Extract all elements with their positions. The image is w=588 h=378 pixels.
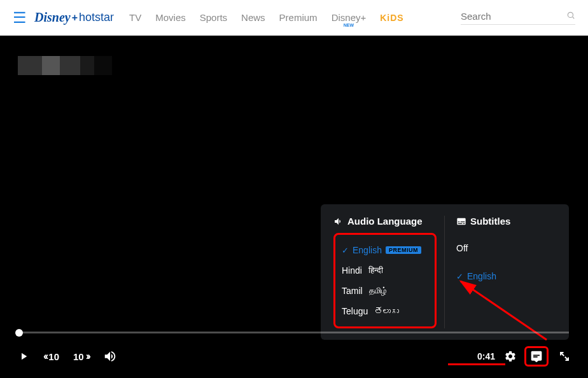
subtitles-toggle-button[interactable] (524, 346, 549, 367)
subtitles-title: Subtitles (470, 216, 510, 227)
search-icon[interactable] (566, 11, 575, 22)
top-header: ☰ Disney + hotstar TV Movies Sports News… (0, 0, 588, 36)
logo-plus: + (72, 12, 78, 24)
nav-disneyplus-label: Disney+ (332, 12, 367, 23)
audio-language-title: Audio Language (347, 216, 423, 227)
audio-options-list: ✓ English PREMIUM Hindi हिन्दी Tamil தமி… (333, 233, 437, 328)
subtitle-option-label: Off (456, 243, 468, 253)
audio-option-label: Hindi (342, 265, 362, 276)
svg-line-1 (573, 17, 575, 18)
check-icon: ✓ (456, 272, 463, 281)
logo-disney: Disney (34, 10, 71, 25)
progress-knob[interactable] (15, 329, 23, 337)
audio-option-label: Telugu (342, 306, 368, 316)
search-box[interactable] (461, 11, 575, 25)
nav-tv[interactable]: TV (129, 12, 141, 23)
audio-option-tamil[interactable]: Tamil தமிழ் (342, 281, 428, 301)
check-icon: ✓ (342, 246, 349, 255)
audio-subtitle-popup: Audio Language ✓ English PREMIUM Hindi ह… (321, 204, 569, 340)
audio-option-native: తెలుగు (374, 307, 399, 316)
rewind-10-button[interactable]: ‹‹ 10 (43, 350, 59, 363)
player-controls: ‹‹ 10 10 ›› 0:41 (18, 346, 570, 367)
video-title-obscured (18, 56, 112, 75)
forward-chevrons-icon: ›› (86, 350, 89, 363)
premium-badge: PREMIUM (386, 246, 421, 254)
rewind-seconds: 10 (48, 351, 59, 362)
nav-premium[interactable]: Premium (279, 12, 318, 23)
play-button[interactable] (18, 351, 29, 362)
settings-button[interactable] (504, 350, 517, 363)
audio-option-telugu[interactable]: Telugu తెలుగు (342, 301, 428, 321)
new-badge: NEW (344, 23, 354, 27)
subtitles-column: Subtitles Off ✓ English (445, 216, 556, 328)
subtitle-option-english[interactable]: ✓ English (456, 266, 556, 286)
audio-option-english[interactable]: ✓ English PREMIUM (342, 240, 428, 260)
audio-option-label: English (353, 245, 382, 255)
subtitles-header: Subtitles (456, 216, 556, 227)
volume-button[interactable] (103, 349, 117, 363)
video-player[interactable]: Audio Language ✓ English PREMIUM Hindi ह… (0, 36, 588, 378)
audio-language-header: Audio Language (333, 216, 437, 227)
audio-option-native: हिन्दी (368, 265, 383, 276)
subtitle-option-off[interactable]: Off (456, 238, 556, 258)
speaker-icon (333, 216, 344, 227)
brand-logo[interactable]: Disney + hotstar (34, 10, 114, 25)
audio-option-native: தமிழ் (369, 286, 387, 296)
subtitle-option-label: English (467, 271, 496, 281)
audio-option-label: Tamil (342, 286, 363, 296)
nav-sports[interactable]: Sports (200, 12, 227, 23)
audio-language-column: Audio Language ✓ English PREMIUM Hindi ह… (333, 216, 445, 328)
search-input[interactable] (461, 11, 566, 22)
nav-disneyplus[interactable]: Disney+ NEW (332, 12, 367, 23)
progress-bar[interactable] (19, 332, 569, 333)
nav-movies[interactable]: Movies (155, 12, 186, 23)
nav-kids[interactable]: KiDS (380, 13, 403, 23)
svg-point-0 (568, 12, 573, 17)
subtitles-icon (456, 216, 466, 227)
logo-hotstar: hotstar (79, 11, 114, 24)
audio-option-hindi[interactable]: Hindi हिन्दी (342, 260, 428, 281)
nav-news[interactable]: News (241, 12, 265, 23)
rewind-chevrons-icon: ‹‹ (43, 350, 46, 363)
fullscreen-button[interactable] (559, 351, 570, 362)
forward-10-button[interactable]: 10 ›› (73, 350, 89, 363)
time-display: 0:41 (477, 351, 495, 361)
forward-seconds: 10 (73, 351, 84, 362)
hamburger-menu-icon[interactable]: ☰ (13, 9, 27, 27)
subtitle-options-list: Off ✓ English (456, 233, 556, 291)
main-nav: TV Movies Sports News Premium Disney+ NE… (129, 12, 461, 23)
